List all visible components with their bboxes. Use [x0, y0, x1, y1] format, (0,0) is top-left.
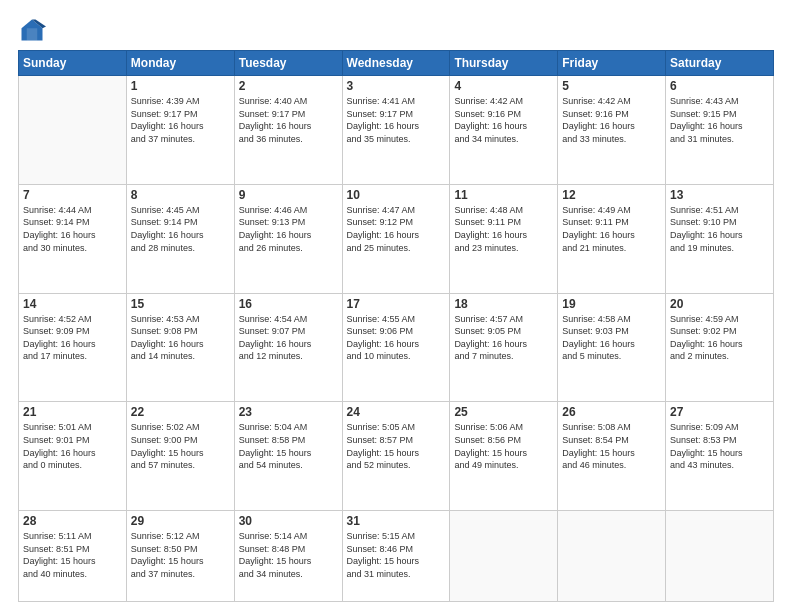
calendar-cell: 20Sunrise: 4:59 AMSunset: 9:02 PMDayligh…	[666, 293, 774, 402]
day-info: Sunrise: 4:43 AMSunset: 9:15 PMDaylight:…	[670, 95, 769, 145]
day-number: 29	[131, 514, 230, 528]
calendar-cell: 8Sunrise: 4:45 AMSunset: 9:14 PMDaylight…	[126, 184, 234, 293]
day-info: Sunrise: 4:54 AMSunset: 9:07 PMDaylight:…	[239, 313, 338, 363]
calendar-table: SundayMondayTuesdayWednesdayThursdayFrid…	[18, 50, 774, 602]
day-number: 15	[131, 297, 230, 311]
day-header-thursday: Thursday	[450, 51, 558, 76]
day-info: Sunrise: 4:46 AMSunset: 9:13 PMDaylight:…	[239, 204, 338, 254]
day-number: 30	[239, 514, 338, 528]
calendar-cell: 27Sunrise: 5:09 AMSunset: 8:53 PMDayligh…	[666, 402, 774, 511]
calendar-cell: 16Sunrise: 4:54 AMSunset: 9:07 PMDayligh…	[234, 293, 342, 402]
day-number: 28	[23, 514, 122, 528]
day-number: 10	[347, 188, 446, 202]
day-info: Sunrise: 5:11 AMSunset: 8:51 PMDaylight:…	[23, 530, 122, 580]
day-header-row: SundayMondayTuesdayWednesdayThursdayFrid…	[19, 51, 774, 76]
calendar-cell: 18Sunrise: 4:57 AMSunset: 9:05 PMDayligh…	[450, 293, 558, 402]
day-header-friday: Friday	[558, 51, 666, 76]
day-info: Sunrise: 5:15 AMSunset: 8:46 PMDaylight:…	[347, 530, 446, 580]
day-info: Sunrise: 4:47 AMSunset: 9:12 PMDaylight:…	[347, 204, 446, 254]
day-info: Sunrise: 4:42 AMSunset: 9:16 PMDaylight:…	[454, 95, 553, 145]
calendar-cell: 4Sunrise: 4:42 AMSunset: 9:16 PMDaylight…	[450, 76, 558, 185]
day-info: Sunrise: 5:12 AMSunset: 8:50 PMDaylight:…	[131, 530, 230, 580]
day-info: Sunrise: 4:52 AMSunset: 9:09 PMDaylight:…	[23, 313, 122, 363]
day-header-saturday: Saturday	[666, 51, 774, 76]
calendar-cell: 22Sunrise: 5:02 AMSunset: 9:00 PMDayligh…	[126, 402, 234, 511]
calendar-cell: 15Sunrise: 4:53 AMSunset: 9:08 PMDayligh…	[126, 293, 234, 402]
calendar-cell: 1Sunrise: 4:39 AMSunset: 9:17 PMDaylight…	[126, 76, 234, 185]
calendar-cell	[450, 511, 558, 602]
day-number: 3	[347, 79, 446, 93]
day-info: Sunrise: 4:53 AMSunset: 9:08 PMDaylight:…	[131, 313, 230, 363]
week-row-5: 28Sunrise: 5:11 AMSunset: 8:51 PMDayligh…	[19, 511, 774, 602]
calendar-cell: 10Sunrise: 4:47 AMSunset: 9:12 PMDayligh…	[342, 184, 450, 293]
day-number: 20	[670, 297, 769, 311]
calendar-cell: 9Sunrise: 4:46 AMSunset: 9:13 PMDaylight…	[234, 184, 342, 293]
day-info: Sunrise: 4:59 AMSunset: 9:02 PMDaylight:…	[670, 313, 769, 363]
calendar-cell: 6Sunrise: 4:43 AMSunset: 9:15 PMDaylight…	[666, 76, 774, 185]
calendar-cell: 17Sunrise: 4:55 AMSunset: 9:06 PMDayligh…	[342, 293, 450, 402]
calendar-cell: 14Sunrise: 4:52 AMSunset: 9:09 PMDayligh…	[19, 293, 127, 402]
calendar-cell: 3Sunrise: 4:41 AMSunset: 9:17 PMDaylight…	[342, 76, 450, 185]
day-info: Sunrise: 4:45 AMSunset: 9:14 PMDaylight:…	[131, 204, 230, 254]
day-number: 7	[23, 188, 122, 202]
week-row-3: 14Sunrise: 4:52 AMSunset: 9:09 PMDayligh…	[19, 293, 774, 402]
day-number: 27	[670, 405, 769, 419]
logo-icon	[18, 16, 46, 44]
day-info: Sunrise: 5:02 AMSunset: 9:00 PMDaylight:…	[131, 421, 230, 471]
calendar-cell	[558, 511, 666, 602]
calendar-cell: 25Sunrise: 5:06 AMSunset: 8:56 PMDayligh…	[450, 402, 558, 511]
day-info: Sunrise: 5:14 AMSunset: 8:48 PMDaylight:…	[239, 530, 338, 580]
day-header-tuesday: Tuesday	[234, 51, 342, 76]
day-number: 11	[454, 188, 553, 202]
day-number: 31	[347, 514, 446, 528]
week-row-2: 7Sunrise: 4:44 AMSunset: 9:14 PMDaylight…	[19, 184, 774, 293]
day-header-monday: Monday	[126, 51, 234, 76]
day-info: Sunrise: 4:55 AMSunset: 9:06 PMDaylight:…	[347, 313, 446, 363]
day-number: 16	[239, 297, 338, 311]
calendar-cell: 21Sunrise: 5:01 AMSunset: 9:01 PMDayligh…	[19, 402, 127, 511]
logo	[18, 16, 48, 44]
calendar-cell: 30Sunrise: 5:14 AMSunset: 8:48 PMDayligh…	[234, 511, 342, 602]
day-number: 5	[562, 79, 661, 93]
day-info: Sunrise: 5:06 AMSunset: 8:56 PMDaylight:…	[454, 421, 553, 471]
header	[18, 16, 774, 44]
calendar-cell: 11Sunrise: 4:48 AMSunset: 9:11 PMDayligh…	[450, 184, 558, 293]
week-row-4: 21Sunrise: 5:01 AMSunset: 9:01 PMDayligh…	[19, 402, 774, 511]
day-number: 2	[239, 79, 338, 93]
day-info: Sunrise: 5:08 AMSunset: 8:54 PMDaylight:…	[562, 421, 661, 471]
day-number: 14	[23, 297, 122, 311]
day-info: Sunrise: 4:40 AMSunset: 9:17 PMDaylight:…	[239, 95, 338, 145]
day-info: Sunrise: 4:51 AMSunset: 9:10 PMDaylight:…	[670, 204, 769, 254]
calendar-cell: 23Sunrise: 5:04 AMSunset: 8:58 PMDayligh…	[234, 402, 342, 511]
day-number: 9	[239, 188, 338, 202]
calendar-cell: 31Sunrise: 5:15 AMSunset: 8:46 PMDayligh…	[342, 511, 450, 602]
calendar-cell: 13Sunrise: 4:51 AMSunset: 9:10 PMDayligh…	[666, 184, 774, 293]
day-info: Sunrise: 4:42 AMSunset: 9:16 PMDaylight:…	[562, 95, 661, 145]
calendar-cell: 19Sunrise: 4:58 AMSunset: 9:03 PMDayligh…	[558, 293, 666, 402]
day-number: 23	[239, 405, 338, 419]
day-number: 24	[347, 405, 446, 419]
calendar-cell: 28Sunrise: 5:11 AMSunset: 8:51 PMDayligh…	[19, 511, 127, 602]
calendar-cell	[19, 76, 127, 185]
day-info: Sunrise: 4:44 AMSunset: 9:14 PMDaylight:…	[23, 204, 122, 254]
day-info: Sunrise: 5:09 AMSunset: 8:53 PMDaylight:…	[670, 421, 769, 471]
day-info: Sunrise: 5:01 AMSunset: 9:01 PMDaylight:…	[23, 421, 122, 471]
day-number: 1	[131, 79, 230, 93]
calendar-cell: 26Sunrise: 5:08 AMSunset: 8:54 PMDayligh…	[558, 402, 666, 511]
day-header-wednesday: Wednesday	[342, 51, 450, 76]
svg-rect-2	[27, 28, 38, 40]
day-number: 13	[670, 188, 769, 202]
day-number: 22	[131, 405, 230, 419]
day-number: 17	[347, 297, 446, 311]
day-number: 19	[562, 297, 661, 311]
week-row-1: 1Sunrise: 4:39 AMSunset: 9:17 PMDaylight…	[19, 76, 774, 185]
day-info: Sunrise: 4:49 AMSunset: 9:11 PMDaylight:…	[562, 204, 661, 254]
day-number: 12	[562, 188, 661, 202]
day-number: 18	[454, 297, 553, 311]
calendar-cell	[666, 511, 774, 602]
calendar-cell: 24Sunrise: 5:05 AMSunset: 8:57 PMDayligh…	[342, 402, 450, 511]
day-number: 21	[23, 405, 122, 419]
day-header-sunday: Sunday	[19, 51, 127, 76]
day-number: 8	[131, 188, 230, 202]
day-number: 6	[670, 79, 769, 93]
